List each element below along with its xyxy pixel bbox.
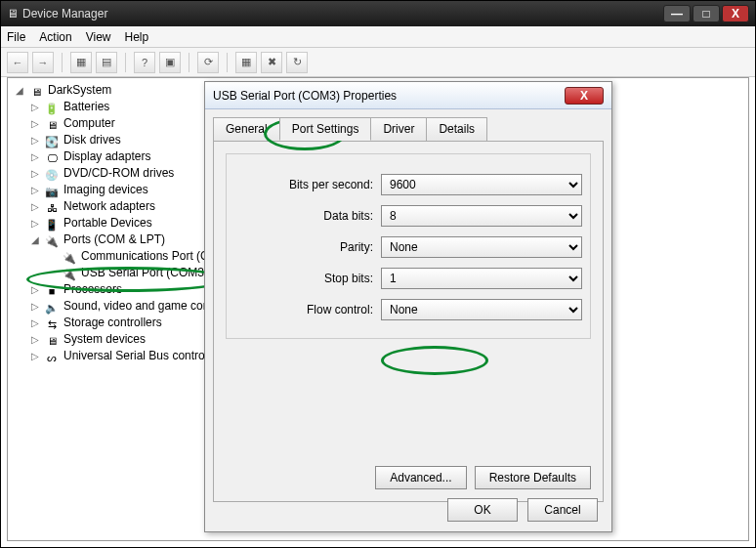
network-icon: 🖧 <box>44 200 60 214</box>
expand-icon[interactable]: ▷ <box>29 284 40 295</box>
ok-button[interactable]: OK <box>447 498 518 522</box>
app-icon: 🖥 <box>7 7 22 21</box>
display-icon: 🖵 <box>44 150 60 164</box>
collapse-icon[interactable]: ◢ <box>14 85 24 96</box>
menu-action[interactable]: Action <box>39 30 71 44</box>
dialog-tabs: General Port Settings Driver Details <box>213 117 604 141</box>
toolbar: ← → ▦ ▤ ? ▣ ⟳ ▦ ✖ ↻ <box>1 48 755 77</box>
port-icon: 🔌 <box>62 250 77 264</box>
scan-button[interactable]: ⟳ <box>197 52 219 73</box>
bits-per-second-select[interactable]: 9600 <box>381 174 582 195</box>
dialog-title: USB Serial Port (COM3) Properties <box>213 89 565 103</box>
portable-icon: 📱 <box>44 217 60 231</box>
stop-bits-select[interactable]: 1 <box>381 268 582 289</box>
field-bits-per-second: Bits per second: 9600 <box>234 174 582 195</box>
panel-button-row: Advanced... Restore Defaults <box>375 466 591 489</box>
dialog-footer: OK Cancel <box>447 498 598 522</box>
data-bits-label: Data bits: <box>234 209 381 223</box>
expand-icon[interactable]: ▷ <box>29 151 40 162</box>
speaker-icon: 🔈 <box>44 300 60 314</box>
disable-button[interactable]: ✖ <box>261 52 282 73</box>
separator <box>189 53 189 72</box>
minimize-button[interactable]: — <box>663 5 691 22</box>
restore-defaults-button[interactable]: Restore Defaults <box>475 466 591 489</box>
menu-view[interactable]: View <box>86 30 111 44</box>
separator <box>227 53 228 72</box>
show-hidden-button[interactable]: ▦ <box>70 52 92 73</box>
forward-button[interactable]: → <box>32 52 54 73</box>
camera-icon: 📷 <box>44 184 60 197</box>
collapse-icon[interactable]: ◢ <box>29 234 40 245</box>
close-button[interactable]: X <box>722 5 749 22</box>
update-button[interactable]: ↻ <box>286 52 308 73</box>
expand-icon[interactable]: ▷ <box>29 185 40 195</box>
titlebar[interactable]: 🖥 Device Manager — □ X <box>1 1 755 26</box>
device-manager-window: 🖥 Device Manager — □ X File Action View … <box>0 0 756 548</box>
field-stop-bits: Stop bits: 1 <box>234 268 582 289</box>
tab-driver[interactable]: Driver <box>370 117 427 141</box>
data-bits-select[interactable]: 8 <box>381 205 582 227</box>
tab-port-settings[interactable]: Port Settings <box>279 117 372 141</box>
tab-general[interactable]: General <box>213 117 280 141</box>
expand-icon[interactable]: ▷ <box>29 301 40 312</box>
expand-icon[interactable]: ▷ <box>29 218 40 229</box>
usb-icon: ᔕ <box>44 350 60 363</box>
battery-icon: 🔋 <box>44 101 60 114</box>
tree-root-label: DarkSystem <box>48 82 111 99</box>
dialog-close-button[interactable]: X <box>565 87 604 105</box>
details-button[interactable]: ▣ <box>159 52 181 73</box>
back-button[interactable]: ← <box>7 52 28 73</box>
cpu-icon: ■ <box>44 283 60 297</box>
menubar: File Action View Help <box>1 26 755 48</box>
cancel-button[interactable]: Cancel <box>527 498 598 522</box>
menu-help[interactable]: Help <box>125 30 149 44</box>
window-title: Device Manager <box>22 7 663 21</box>
parity-label: Parity: <box>234 240 381 254</box>
bits-per-second-label: Bits per second: <box>234 178 381 191</box>
expand-icon[interactable]: ▷ <box>29 102 40 112</box>
expand-icon[interactable]: ▷ <box>29 317 40 328</box>
expand-icon[interactable]: ▷ <box>29 135 40 146</box>
field-data-bits: Data bits: 8 <box>234 205 582 227</box>
pc-icon: 🖥 <box>44 117 60 131</box>
properties-dialog: USB Serial Port (COM3) Properties X Gene… <box>204 81 612 532</box>
separator <box>62 53 63 72</box>
maximize-button[interactable]: □ <box>693 5 720 22</box>
expand-icon[interactable]: ▷ <box>29 351 40 361</box>
computer-icon: 🖥 <box>28 84 44 98</box>
field-parity: Parity: None <box>234 236 582 258</box>
expand-icon[interactable]: ▷ <box>29 201 40 212</box>
storage-icon: ⇆ <box>44 316 60 330</box>
tab-details[interactable]: Details <box>426 117 487 141</box>
parity-select[interactable]: None <box>381 236 582 258</box>
advanced-button[interactable]: Advanced... <box>375 466 466 489</box>
window-controls: — □ X <box>663 5 749 22</box>
disk-icon: 💽 <box>44 134 60 148</box>
flow-control-label: Flow control: <box>234 303 381 316</box>
dialog-titlebar[interactable]: USB Serial Port (COM3) Properties X <box>205 82 611 109</box>
enable-button[interactable]: ▦ <box>235 52 257 73</box>
expand-icon[interactable]: ▷ <box>29 334 40 345</box>
expand-icon[interactable]: ▷ <box>29 168 40 179</box>
port-icon: 🔌 <box>62 267 77 280</box>
menu-file[interactable]: File <box>7 30 25 44</box>
port-icon: 🔌 <box>44 233 60 247</box>
stop-bits-label: Stop bits: <box>234 272 381 285</box>
separator <box>125 53 126 72</box>
field-flow-control: Flow control: None <box>234 299 582 320</box>
dvd-icon: 💿 <box>44 167 60 181</box>
expand-icon[interactable]: ▷ <box>29 118 40 129</box>
help-button[interactable]: ? <box>134 52 155 73</box>
flow-control-select[interactable]: None <box>381 299 582 320</box>
system-icon: 🖥 <box>44 333 60 347</box>
properties-button[interactable]: ▤ <box>96 52 117 73</box>
settings-group: Bits per second: 9600 Data bits: 8 Parit… <box>226 153 591 339</box>
tab-panel: Bits per second: 9600 Data bits: 8 Parit… <box>213 141 604 502</box>
